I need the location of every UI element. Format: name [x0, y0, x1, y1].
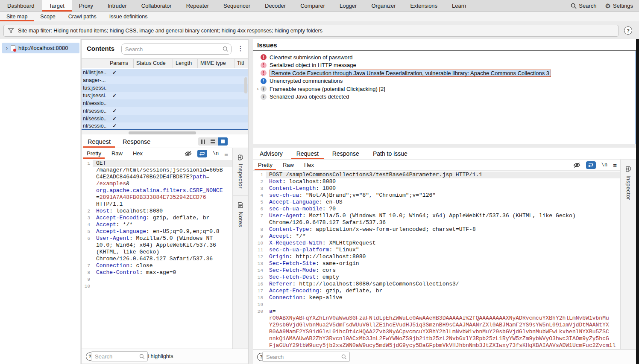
tab-inspector[interactable]: Inspector [233, 148, 248, 196]
editor-search[interactable] [262, 352, 350, 362]
editor-line[interactable]: 10 [82, 283, 232, 290]
top-tab-learn[interactable]: Learn [445, 0, 473, 12]
editor-menu-button[interactable]: ≡ [224, 150, 228, 157]
table-row[interactable]: anager-... [82, 76, 248, 84]
top-tab-repeater[interactable]: Repeater [179, 0, 216, 12]
issue-item[interactable]: !Cleartext submission of password [253, 53, 635, 61]
chevron-right-icon[interactable]: › [6, 45, 8, 51]
editor-line[interactable]: Y29sbGVjdGlvbnMua2V5dmFsdWUuVGllZE1hcEVu… [253, 322, 620, 329]
top-tab-sequencer[interactable]: Sequencer [216, 0, 258, 12]
issue-tab-response[interactable]: Response [325, 148, 366, 159]
editor-line[interactable]: 9 [82, 276, 232, 283]
soft-wrap-button[interactable] [197, 150, 207, 157]
layout-rows-button[interactable] [208, 137, 218, 146]
settings-button[interactable]: ⚙ Settings [605, 2, 633, 10]
editor-line[interactable]: 6sec-ch-ua-mobile: ?0 [253, 206, 620, 213]
column-header-params[interactable]: Params [107, 59, 134, 68]
top-tab-logger[interactable]: Logger [332, 0, 364, 12]
editor-line[interactable]: 4sec-ch-ua: "Not/A)Brand";v="8", "Chromi… [253, 192, 620, 199]
issue-item[interactable]: ›iFrameable response (potential Clickjac… [253, 85, 635, 93]
top-tab-target[interactable]: Target [42, 0, 72, 12]
issue-tab-advisory[interactable]: Advisory [253, 148, 290, 159]
layout-columns-button[interactable] [198, 137, 208, 146]
editor-line[interactable]: 13Sec-Fetch-Site: same-origin [253, 260, 620, 267]
issue-tab-request[interactable]: Request [290, 148, 325, 159]
top-tab-dashboard[interactable]: Dashboard [0, 0, 42, 12]
editor-line[interactable]: 1POST /sampleCommonsCollections3/testBas… [253, 172, 620, 178]
editor-line[interactable]: Chrome/126.0.6478.127 Safari/537.36 [253, 219, 620, 226]
contents-horizontal-scrollbar[interactable] [82, 131, 248, 134]
editor-line[interactable]: /manager/html/sessions;jsessionid=665B [82, 167, 232, 174]
issue-format-tab-raw[interactable]: Raw [278, 160, 299, 170]
column-header-mime-type[interactable]: MIME type [198, 59, 234, 68]
sub-tab-crawl-paths[interactable]: Crawl paths [62, 12, 103, 21]
show-newlines-button[interactable]: \n [213, 151, 219, 157]
editor-line[interactable]: 16Referer: http://localhost:8080/sampleC… [253, 281, 620, 288]
editor-line[interactable]: 3Accept-Encoding: gzip, deflate, br [82, 215, 232, 221]
top-tab-extensions[interactable]: Extensions [403, 0, 445, 12]
site-map-filter-bar[interactable]: Site map filter: Hiding not found items;… [3, 25, 618, 37]
contents-table[interactable]: nl/list;jse...✓anager-...tus;jsessi...tu… [82, 69, 248, 130]
contents-search[interactable] [121, 44, 232, 55]
format-tab-pretty[interactable]: Pretty [82, 148, 106, 159]
editor-search-input[interactable] [266, 354, 341, 360]
editor-line[interactable]: 10X-Requested-With: XMLHttpRequest [253, 240, 620, 247]
table-row[interactable]: nl/sessio...✓ [82, 115, 248, 122]
layout-single-button[interactable] [218, 137, 228, 146]
editor-line[interactable]: 17Accept-Encoding: gzip, deflate, br [253, 288, 620, 294]
editor-line[interactable]: 2Host: localhost:8080 [253, 178, 620, 185]
editor-line[interactable]: 19 [253, 301, 620, 308]
editor-line[interactable]: 4Accept: */* [82, 221, 232, 228]
editor-line[interactable]: 1GET [82, 160, 232, 167]
editor-line[interactable]: B0AA9MamF2YS91dGlsL01hcDt4cHQAA2Zvb3NyAC… [253, 329, 620, 335]
editor-line[interactable]: HTTP/1.1 [82, 201, 232, 208]
issue-format-tab-hex[interactable]: Hex [299, 160, 319, 170]
editor-line[interactable]: 5Accept-Language: en-US [253, 199, 620, 206]
viewer-tab-request[interactable]: Request [82, 135, 117, 148]
filter-help-button[interactable]: ? [624, 26, 632, 35]
issue-item[interactable]: !Unencrypted communications [253, 77, 635, 85]
table-row[interactable]: tus;jsessi... [82, 84, 248, 92]
editor-line[interactable]: Chrome/126.0.6478.127 Safari/537.36 [82, 256, 232, 262]
tab-notes[interactable]: Notes [233, 196, 248, 234]
editor-line[interactable]: 10.0; Win64; x64) AppleWebKit/537.36 [82, 242, 232, 249]
issue-tab-path-to-issue[interactable]: Path to issue [366, 148, 414, 159]
editor-line[interactable]: 3Content-Length: 1800 [253, 185, 620, 192]
top-tab-organizer[interactable]: Organizer [364, 0, 403, 12]
scrollbar-thumb[interactable] [244, 77, 247, 93]
request-editor[interactable]: 1GET/manager/html/sessions;jsessionid=66… [82, 160, 232, 349]
editor-line[interactable]: 8Cache-Control: max-age=0 [82, 269, 232, 276]
contents-vertical-scrollbar[interactable] [244, 70, 248, 129]
expand-chevron-icon[interactable]: › [255, 86, 261, 91]
editor-line[interactable]: 14Sec-Fetch-Mode: cors [253, 267, 620, 274]
sub-tab-issue-definitions[interactable]: Issue definitions [103, 12, 154, 21]
editor-line[interactable]: 11sec-ch-ua-platform: "Linux" [253, 247, 620, 253]
issue-format-tab-pretty[interactable]: Pretty [253, 160, 278, 170]
editor-search[interactable] [91, 351, 148, 361]
top-tab-intruder[interactable]: Intruder [100, 0, 134, 12]
issue-request-editor[interactable]: 1POST /sampleCommonsCollections3/testBas… [253, 172, 620, 349]
editor-line[interactable]: 6User-Agent: Mozilla/5.0 (Windows NT [82, 235, 232, 242]
editor-line[interactable]: 7Connection: close [82, 262, 232, 269]
sub-tab-site-map[interactable]: Site map [0, 12, 34, 21]
issue-item[interactable]: !Serialized object in HTTP message [253, 61, 635, 70]
soft-wrap-button[interactable] [586, 161, 596, 169]
site-tree-node[interactable]: › http://localhost:8080 [2, 43, 79, 53]
editor-menu-button[interactable]: ≡ [613, 162, 617, 169]
contents-search-input[interactable] [125, 46, 223, 52]
top-tab-comparer[interactable]: Comparer [293, 0, 332, 12]
table-row[interactable]: tus;jsessi...✓ [82, 92, 248, 99]
editor-line[interactable]: 2Host: localhost:8080 [82, 208, 232, 215]
contents-menu-button[interactable]: ⋮ [237, 44, 244, 53]
hide-nonprintable-icon[interactable] [185, 151, 192, 157]
editor-line[interactable]: 9Accept: */* [253, 233, 620, 240]
editor-line[interactable]: 7User-Agent: Mozilla/5.0 (Windows NT 10.… [253, 213, 620, 219]
editor-line[interactable]: FjaGUuY29tbW9ucy5jb2xsZWN0aW9ucy5mdW5jdG… [253, 342, 620, 349]
sub-tab-scope[interactable]: Scope [34, 12, 62, 21]
hide-nonprintable-icon[interactable] [573, 162, 580, 168]
editor-line[interactable]: 20a= [253, 308, 620, 315]
editor-line[interactable]: 12Origin: http://localhost:8080 [253, 253, 620, 260]
column-header-url[interactable] [82, 59, 107, 68]
table-row[interactable]: nl/sessio...✓ [82, 122, 248, 130]
tab-inspector[interactable]: Inspector [621, 160, 636, 207]
